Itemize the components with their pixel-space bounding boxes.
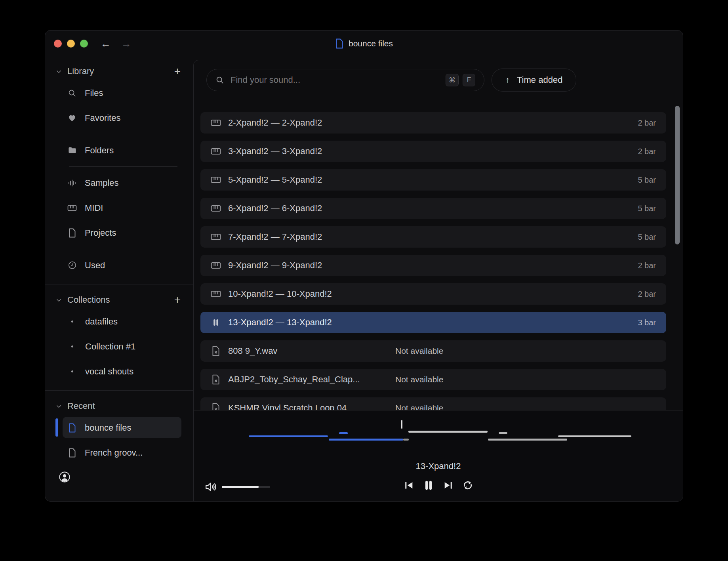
row-name: 2-Xpand!2 — 2-Xpand!2 [228, 118, 322, 128]
row-name: 7-Xpand!2 — 7-Xpand!2 [228, 232, 322, 242]
sidebar-item-label: bounce files [85, 423, 131, 433]
sample-row[interactable]: KSHMR Vinyl Scratch Loop 04 Not availabl… [200, 397, 666, 411]
midi-note [488, 439, 567, 441]
pause-icon [211, 317, 221, 328]
folder-icon [67, 146, 77, 155]
row-name: 808 9_Y.wav [228, 346, 277, 356]
row-name: 6-Xpand!2 — 6-Xpand!2 [228, 203, 322, 214]
account-avatar-icon[interactable] [59, 471, 71, 483]
bullet-icon [71, 321, 73, 322]
sidebar-item-samples[interactable]: Samples [45, 170, 193, 195]
section-label: Library [67, 66, 94, 76]
previous-track-button[interactable] [403, 480, 414, 491]
sidebar: Library+FilesFavoritesFoldersSamplesMIDI… [45, 57, 193, 502]
sort-ascending-icon: ↑ [505, 75, 510, 85]
pause-button[interactable] [422, 479, 435, 492]
close-button[interactable] [54, 40, 62, 48]
midi-note [249, 435, 328, 437]
sidebar-item-label: Favorites [85, 113, 120, 123]
row-name: 10-Xpand!2 — 10-Xpand!2 [228, 289, 332, 299]
midi-note [329, 439, 403, 441]
midi-note [408, 431, 488, 433]
sample-row[interactable]: 3-Xpand!2 — 3-Xpand!2 2 bar [200, 141, 666, 162]
row-name: 3-Xpand!2 — 3-Xpand!2 [228, 146, 322, 156]
waveform-icon [67, 178, 77, 188]
window-title: bounce files [335, 38, 393, 49]
piano-icon [211, 289, 221, 299]
sidebar-item-favorites[interactable]: Favorites [45, 105, 193, 130]
sidebar-divider [69, 134, 177, 134]
bullet-icon [71, 370, 73, 372]
title-bar: ← → bounce files [45, 31, 683, 57]
row-name: 13-Xpand!2 — 13-Xpand!2 [228, 317, 332, 328]
sample-row[interactable]: 2-Xpand!2 — 2-Xpand!2 2 bar [200, 112, 666, 134]
sidebar-item-french-groov[interactable]: French groov... [45, 440, 193, 465]
window-title-text: bounce files [349, 39, 393, 48]
sidebar-item-bounce-files[interactable]: bounce files [45, 415, 193, 440]
piano-icon [211, 118, 221, 128]
row-length: 2 bar [638, 118, 656, 128]
add-button[interactable]: + [174, 66, 181, 77]
loop-button[interactable] [462, 479, 474, 491]
piano-icon [211, 146, 221, 156]
sample-row[interactable]: 10-Xpand!2 — 10-Xpand!2 2 bar [200, 283, 666, 305]
add-button[interactable]: + [174, 294, 181, 305]
forward-button[interactable]: → [121, 38, 131, 49]
sample-row[interactable]: 7-Xpand!2 — 7-Xpand!2 5 bar [200, 226, 666, 248]
sidebar-item-used[interactable]: Used [45, 253, 193, 278]
row-name: ABJP2_Toby_Schay_Real_Clap... [228, 374, 360, 385]
file-icon [67, 228, 77, 238]
midi-note [339, 432, 348, 434]
scrollbar-thumb[interactable] [675, 106, 680, 244]
sidebar-divider [69, 166, 177, 167]
search-input[interactable] [230, 74, 442, 86]
f-keycap: F [463, 74, 475, 86]
cmd-keycap: ⌘ [446, 74, 459, 86]
sample-row[interactable]: 9-Xpand!2 — 9-Xpand!2 2 bar [200, 255, 666, 276]
sample-row[interactable]: 5-Xpand!2 — 5-Xpand!2 5 bar [200, 169, 666, 191]
zoom-button[interactable] [80, 40, 88, 48]
section-label: Collections [67, 295, 110, 305]
sidebar-item-label: datafiles [85, 317, 118, 327]
minimize-button[interactable] [67, 40, 75, 48]
search-icon [67, 88, 77, 98]
sidebar-item-files[interactable]: Files [45, 80, 193, 105]
row-length: 5 bar [638, 233, 656, 242]
sidebar-item-collection-1[interactable]: Collection #1 [45, 334, 193, 359]
sidebar-section-header-collections[interactable]: Collections+ [45, 291, 193, 309]
sidebar-item-label: MIDI [85, 203, 103, 213]
clock-icon [67, 261, 77, 270]
section-label: Recent [67, 401, 95, 411]
sidebar-section-header-recent[interactable]: Recent [45, 397, 193, 415]
row-length: 5 bar [638, 176, 656, 185]
player-panel: 13-Xpand!2 [194, 410, 683, 502]
file-icon [335, 38, 344, 49]
next-track-button[interactable] [443, 480, 454, 491]
sample-row[interactable]: 13-Xpand!2 — 13-Xpand!2 3 bar [200, 312, 666, 333]
row-length: 2 bar [638, 290, 656, 299]
file-icon [67, 423, 77, 433]
playhead [401, 420, 402, 429]
sidebar-item-datafiles[interactable]: datafiles [45, 309, 193, 334]
sidebar-item-label: Folders [85, 145, 114, 156]
sidebar-divider [69, 249, 177, 249]
sidebar-item-midi[interactable]: MIDI [45, 195, 193, 220]
sample-row[interactable]: 6-Xpand!2 — 6-Xpand!2 5 bar [200, 198, 666, 219]
sample-row[interactable]: ABJP2_Toby_Schay_Real_Clap... Not availa… [200, 369, 666, 390]
search-bar[interactable]: ⌘ F [206, 69, 484, 91]
sort-button[interactable]: ↑ Time added [492, 69, 576, 92]
sidebar-section-header-library[interactable]: Library+ [45, 62, 193, 80]
row-availability: Not available [395, 375, 443, 384]
sidebar-item-folders[interactable]: Folders [45, 138, 193, 163]
piano-icon [211, 203, 221, 214]
sidebar-item-projects[interactable]: Projects [45, 220, 193, 245]
sample-row[interactable]: 808 9_Y.wav Not available [200, 340, 666, 362]
file-x-icon [211, 346, 221, 356]
midi-note [403, 439, 409, 441]
back-button[interactable]: ← [101, 38, 111, 49]
traffic-lights [54, 40, 88, 48]
sidebar-item-vocal-shouts[interactable]: vocal shouts [45, 359, 193, 384]
sidebar-item-label: Files [85, 88, 103, 98]
row-name: 9-Xpand!2 — 9-Xpand!2 [228, 260, 322, 271]
transport-controls [194, 479, 683, 492]
